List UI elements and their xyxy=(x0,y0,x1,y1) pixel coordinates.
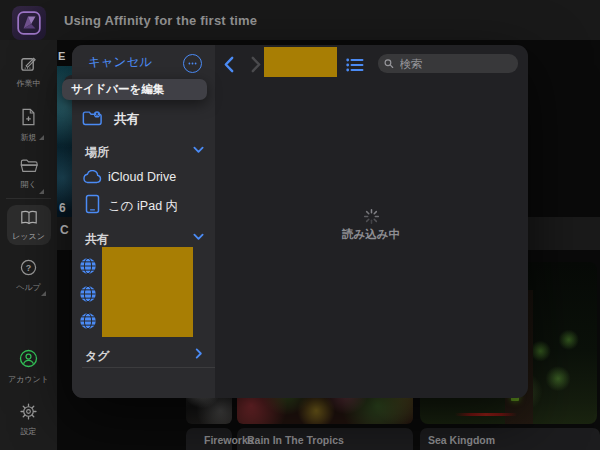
forward-button-disabled[interactable] xyxy=(250,56,262,73)
ellipsis-icon xyxy=(187,58,198,69)
back-button[interactable] xyxy=(223,56,235,73)
aperture-logo-icon xyxy=(16,10,42,36)
redaction-overlay xyxy=(102,247,193,337)
chevron-down-icon xyxy=(193,146,204,154)
settings-gear-icon xyxy=(20,403,37,420)
nav-label-open: 開く xyxy=(0,179,57,190)
shared-globe-icon[interactable] xyxy=(79,257,97,275)
section-header-label: タグ xyxy=(85,349,110,363)
nav-more-triangle xyxy=(39,189,44,194)
cloud-icon xyxy=(82,170,103,184)
loading-label: 読み込み中 xyxy=(321,227,421,242)
thumbnail-red-detail xyxy=(455,413,517,416)
nav-item-new[interactable]: 新規 xyxy=(0,108,57,143)
nav-label-lessons: レッスン xyxy=(0,231,57,242)
sidebar-item-label: 共有 xyxy=(114,111,139,128)
lessons-book-icon xyxy=(20,210,38,225)
svg-text:?: ? xyxy=(26,263,31,273)
nav-item-open[interactable]: 開く xyxy=(0,158,57,190)
nav-label-settings: 設定 xyxy=(0,426,57,437)
left-nav-rail xyxy=(0,40,57,450)
section-header-label: 共有 xyxy=(85,232,109,246)
edit-sidebar-menu-item[interactable]: サイドバーを編集 xyxy=(62,79,207,100)
shared-globe-icon[interactable] xyxy=(79,285,97,303)
cancel-button[interactable]: キャンセル xyxy=(88,54,152,71)
affinity-app-icon xyxy=(12,6,46,40)
loading-spinner-icon xyxy=(363,208,380,225)
new-doc-icon xyxy=(21,108,36,126)
section-header-label: 場所 xyxy=(85,145,109,159)
chevron-right-icon xyxy=(195,348,203,359)
nav-item-working[interactable]: 作業中 xyxy=(0,55,57,89)
nav-label-help: ヘルプ xyxy=(0,282,57,293)
nav-item-account[interactable]: アカウント xyxy=(0,349,57,385)
more-options-button[interactable] xyxy=(183,54,202,73)
window-title: Using Affinity for the first time xyxy=(64,13,257,28)
nav-more-triangle xyxy=(39,135,44,140)
working-doc-icon xyxy=(20,55,37,72)
sidebar-item-shared-folder[interactable]: 共有 xyxy=(80,109,207,129)
list-view-button[interactable] xyxy=(346,58,364,72)
sidebar-item-on-this-ipad[interactable]: この iPad 内 xyxy=(82,194,207,216)
account-icon xyxy=(19,349,38,368)
sidebar-section-locations[interactable]: 場所 xyxy=(85,142,205,158)
sidebar-item-label: この iPad 内 xyxy=(108,198,178,215)
help-icon: ? xyxy=(20,259,37,276)
sidebar-item-icloud-drive[interactable]: iCloud Drive xyxy=(82,167,207,187)
redaction-overlay-folder-title xyxy=(264,47,337,77)
nav-item-help[interactable]: ? ヘルプ xyxy=(0,259,57,293)
lesson-title: Rain In The Tropics xyxy=(247,434,344,446)
chevron-down-icon xyxy=(193,233,204,241)
background-count-fragment: 6 xyxy=(59,201,66,215)
background-section-title-fragment: C xyxy=(60,223,69,237)
edit-sidebar-label: サイドバーを編集 xyxy=(71,82,164,97)
nav-item-lessons[interactable]: レッスン xyxy=(0,210,57,242)
screen: Using Affinity for the first time 作業中 新規… xyxy=(0,0,600,450)
nav-more-triangle xyxy=(41,291,46,296)
nav-item-settings[interactable]: 設定 xyxy=(0,403,57,437)
sidebar-section-tags[interactable]: タグ xyxy=(85,346,205,362)
lesson-title: Sea Kingdom xyxy=(428,434,495,446)
ipad-icon xyxy=(85,194,100,214)
nav-label-working: 作業中 xyxy=(0,78,57,89)
shared-folder-icon xyxy=(82,110,102,127)
sidebar-divider xyxy=(82,367,215,368)
nav-label-new: 新規 xyxy=(0,132,57,143)
nav-divider xyxy=(6,198,51,199)
sidebar-section-shared[interactable]: 共有 xyxy=(85,229,205,245)
background-card-title-fragment: E xyxy=(58,50,65,62)
open-folder-icon xyxy=(20,158,38,173)
search-input[interactable] xyxy=(398,57,513,71)
nav-label-account: アカウント xyxy=(0,374,57,385)
search-icon xyxy=(384,58,394,69)
shared-globe-icon[interactable] xyxy=(79,312,97,330)
search-field[interactable] xyxy=(378,54,518,73)
sidebar-item-label: iCloud Drive xyxy=(108,170,176,184)
